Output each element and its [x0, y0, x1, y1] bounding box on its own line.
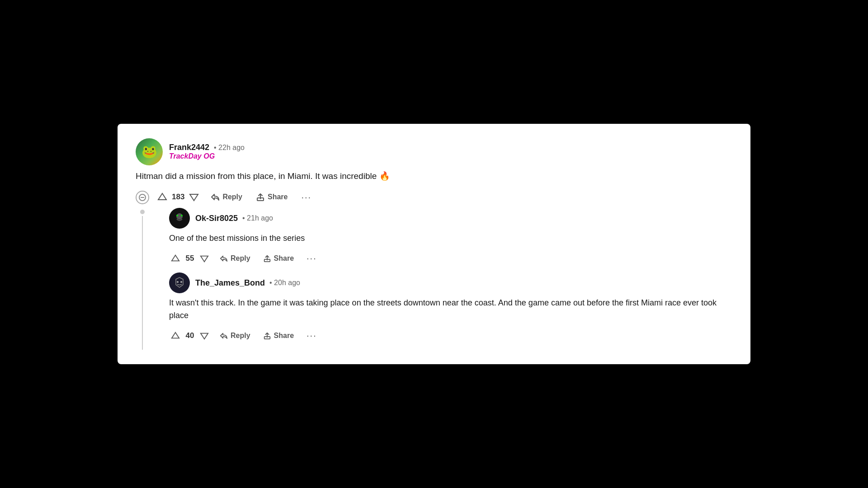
reply-1-more-button[interactable]: ··· — [303, 251, 321, 265]
svg-point-9 — [177, 281, 179, 283]
main-vote-area: 183 — [156, 190, 201, 204]
sir-timestamp: • 21h ago — [242, 214, 273, 222]
downvote-icon — [200, 254, 209, 263]
share-icon — [263, 254, 271, 263]
frank-flair: TrackDay OG — [169, 152, 245, 160]
upvote-icon — [157, 192, 167, 202]
svg-point-6 — [181, 215, 183, 216]
main-downvote-button[interactable] — [187, 190, 201, 204]
main-more-button[interactable]: ··· — [297, 190, 315, 204]
reply-2-reply-button[interactable]: Reply — [216, 330, 254, 342]
reply-2-upvote-button[interactable] — [169, 329, 182, 342]
main-comment-header: Frank2442 • 22h ago TrackDay OG — [136, 138, 732, 165]
reply-2-vote-area: 40 — [169, 329, 211, 342]
sir-username-row: Ok-Sir8025 • 21h ago — [195, 214, 273, 223]
frank-user-info: Frank2442 • 22h ago TrackDay OG — [169, 143, 245, 160]
frank-username: Frank2442 — [169, 143, 209, 152]
james-username: The_James_Bond — [195, 278, 265, 288]
reply-icon — [220, 332, 228, 339]
sir-username: Ok-Sir8025 — [195, 214, 238, 223]
main-upvote-button[interactable] — [156, 190, 169, 204]
reply-1-vote-area: 55 — [169, 252, 211, 265]
main-comment-body: Hitman did a mission from this place, in… — [136, 170, 732, 183]
thread-left-bar — [136, 208, 149, 350]
james-timestamp: • 20h ago — [269, 279, 300, 287]
reply-2-header: The_James_Bond • 20h ago — [169, 272, 732, 293]
share-icon — [256, 192, 265, 202]
james-avatar-icon — [171, 275, 188, 291]
reply-1-header: Ok-Sir8025 • 21h ago — [169, 208, 732, 229]
comment-card: Frank2442 • 22h ago TrackDay OG Hitman d… — [118, 124, 750, 364]
svg-point-10 — [180, 281, 182, 283]
frank-timestamp: • 22h ago — [214, 144, 245, 152]
reply-1-vote-count: 55 — [184, 254, 195, 263]
reply-2-share-button[interactable]: Share — [259, 330, 297, 342]
reply-1-upvote-button[interactable] — [169, 252, 182, 265]
reply-item-2: The_James_Bond • 20h ago It wasn't this … — [169, 272, 732, 343]
svg-point-4 — [176, 213, 183, 220]
downvote-icon — [189, 192, 199, 202]
replies-section: Ok-Sir8025 • 21h ago One of the best mis… — [169, 208, 732, 350]
svg-point-5 — [176, 215, 178, 216]
reply-1-reply-button[interactable]: Reply — [216, 253, 254, 264]
sir-avatar-icon — [171, 210, 188, 226]
main-reply-button[interactable]: Reply — [207, 191, 246, 203]
frank-avatar — [136, 138, 163, 165]
minus-icon — [139, 194, 146, 201]
reply-2-downvote-button[interactable] — [198, 329, 211, 342]
james-user-info: The_James_Bond • 20h ago — [195, 278, 300, 288]
james-avatar — [169, 272, 190, 293]
upvote-icon — [171, 331, 180, 340]
reply-1-share-button[interactable]: Share — [259, 253, 297, 264]
sir-user-info: Ok-Sir8025 • 21h ago — [195, 214, 273, 223]
reply-2-body: It wasn't this track. In the game it was… — [169, 297, 732, 322]
reply-item-1: Ok-Sir8025 • 21h ago One of the best mis… — [169, 208, 732, 265]
downvote-icon — [200, 331, 209, 340]
james-username-row: The_James_Bond • 20h ago — [195, 278, 300, 288]
main-share-button[interactable]: Share — [252, 191, 291, 203]
reply-1-actions: 55 Reply — [169, 251, 732, 265]
thread-circle — [140, 210, 145, 214]
reply-2-vote-count: 40 — [184, 331, 195, 340]
upvote-icon — [171, 254, 180, 263]
reply-icon — [220, 255, 228, 262]
thread-wrapper: Ok-Sir8025 • 21h ago One of the best mis… — [136, 208, 732, 350]
collapse-button[interactable] — [136, 191, 149, 204]
reply-2-more-button[interactable]: ··· — [303, 328, 321, 343]
thread-vertical-line — [142, 216, 143, 350]
reply-2-actions: 40 Reply — [169, 328, 732, 343]
reply-icon — [211, 193, 220, 201]
main-vote-count: 183 — [172, 192, 184, 202]
main-comment-actions: 183 Reply Share ··· — [136, 190, 732, 204]
share-icon — [263, 332, 271, 340]
reply-1-downvote-button[interactable] — [198, 252, 211, 265]
reply-1-body: One of the best missions in the series — [169, 232, 732, 245]
sir-avatar — [169, 208, 190, 229]
frank-username-row: Frank2442 • 22h ago — [169, 143, 245, 152]
